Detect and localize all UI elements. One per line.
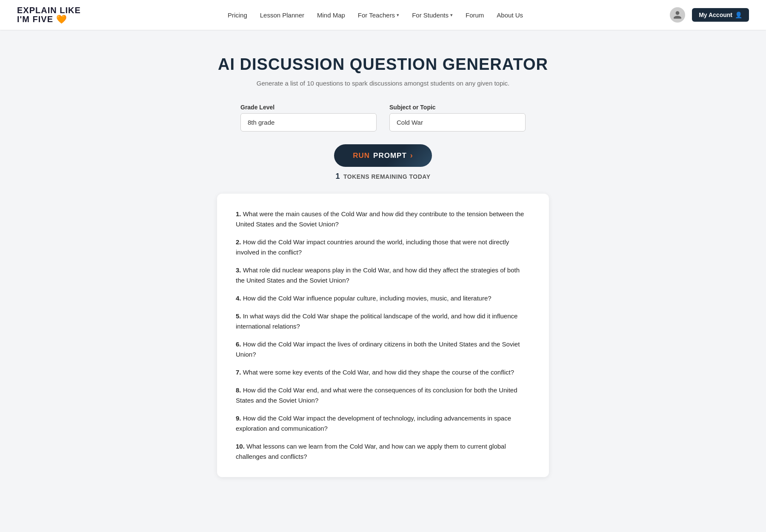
avatar[interactable] [670, 7, 685, 23]
nav-pricing[interactable]: Pricing [223, 9, 252, 21]
chevron-down-icon: ▾ [397, 12, 399, 18]
nav-mind-map[interactable]: Mind Map [312, 9, 350, 21]
nav-for-students[interactable]: For Students ▾ [407, 9, 458, 21]
list-item: 8. How did the Cold War end, and what we… [236, 385, 530, 406]
user-icon-btn: 👤 [735, 11, 742, 18]
list-item: 4. How did the Cold War influence popula… [236, 293, 530, 303]
logo-line2: I'M FIVE 🧡 [17, 15, 81, 24]
logo-line1: EXPLAIN LIKE [17, 6, 81, 15]
run-prompt-container: RUN PROMPT › 1 TOKENS REMAINING TODAY [166, 144, 600, 181]
list-item: 9. How did the Cold War impact the devel… [236, 413, 530, 434]
subject-group: Subject or Topic [389, 104, 526, 132]
list-item: 6. How did the Cold War impact the lives… [236, 339, 530, 360]
nav-about-us[interactable]: About Us [492, 9, 528, 21]
nav-forum[interactable]: Forum [460, 9, 489, 21]
run-label-orange: RUN [353, 152, 370, 160]
results-card: 1. What were the main causes of the Cold… [217, 194, 549, 477]
tokens-number: 1 [336, 172, 340, 181]
list-item: 7. What were some key events of the Cold… [236, 367, 530, 378]
header-right: My Account 👤 [670, 7, 749, 23]
grade-level-input[interactable] [240, 113, 377, 132]
chevron-right-icon: › [410, 151, 413, 160]
page-subtitle: Generate a list of 10 questions to spark… [166, 80, 600, 87]
form-row: Grade Level Subject or Topic [166, 104, 600, 132]
run-prompt-button[interactable]: RUN PROMPT › [334, 144, 432, 167]
list-item: 5. In what ways did the Cold War shape t… [236, 311, 530, 332]
main-nav: Pricing Lesson Planner Mind Map For Teac… [223, 9, 528, 21]
grade-level-group: Grade Level [240, 104, 377, 132]
tokens-label: TOKENS REMAINING TODAY [343, 173, 430, 180]
run-label-white: PROMPT [373, 152, 407, 160]
nav-lesson-planner[interactable]: Lesson Planner [255, 9, 309, 21]
nav-for-teachers[interactable]: For Teachers ▾ [353, 9, 404, 21]
page-title: AI DISCUSSION QUESTION GENERATOR [166, 55, 600, 74]
subject-input[interactable] [389, 113, 526, 132]
tokens-row: 1 TOKENS REMAINING TODAY [336, 172, 431, 181]
list-item: 2. How did the Cold War impact countries… [236, 237, 530, 257]
user-icon [673, 10, 682, 20]
list-item: 10. What lessons can we learn from the C… [236, 441, 530, 462]
logo-emoji: 🧡 [53, 14, 67, 24]
subject-label: Subject or Topic [389, 104, 526, 111]
site-logo[interactable]: EXPLAIN LIKE I'M FIVE 🧡 [17, 6, 81, 24]
list-item: 3. What role did nuclear weapons play in… [236, 265, 530, 286]
my-account-button[interactable]: My Account 👤 [692, 8, 749, 22]
chevron-down-icon: ▾ [450, 12, 453, 18]
grade-level-label: Grade Level [240, 104, 377, 111]
list-item: 1. What were the main causes of the Cold… [236, 209, 530, 229]
